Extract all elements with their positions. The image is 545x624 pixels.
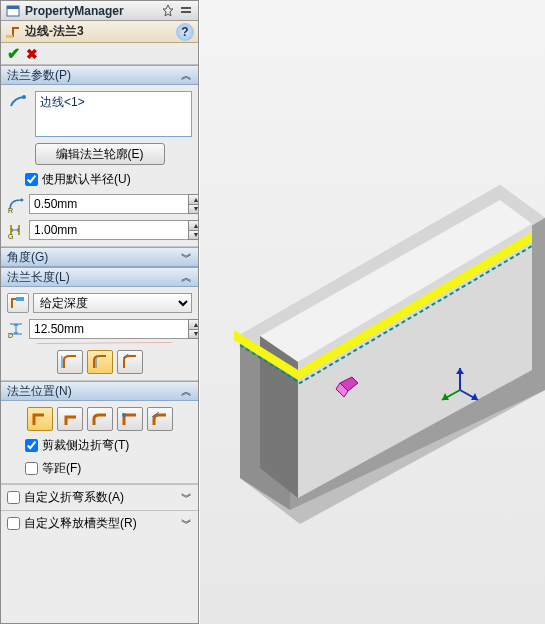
section-body-params: 边线<1> 编辑法兰轮廓(E) 使用默认半径(U) R ▲▼	[1, 85, 198, 247]
section-header-length[interactable]: 法兰长度(L) ︽	[1, 267, 198, 287]
spin-up-icon[interactable]: ▲	[188, 319, 198, 329]
svg-point-29	[122, 413, 126, 417]
chevron-up-icon: ︽	[181, 68, 192, 83]
length-reference-buttons	[7, 350, 192, 374]
equal-distance-input[interactable]	[25, 462, 38, 475]
position-material-inside-icon[interactable]	[27, 407, 53, 431]
position-bend-outside-icon[interactable]	[87, 407, 113, 431]
section-body-length: 给定深度 D ▲▼	[1, 287, 198, 381]
panel-scroll[interactable]: 法兰参数(P) ︽ 边线<1> 编辑法兰轮廓(E) 使用默认半径(U)	[1, 65, 198, 623]
annotation-underline	[35, 342, 174, 344]
trim-side-bends-input[interactable]	[25, 439, 38, 452]
edit-flange-profile-button[interactable]: 编辑法兰轮廓(E)	[35, 143, 165, 165]
spin-up-icon[interactable]: ▲	[188, 194, 198, 204]
3d-viewport[interactable]	[200, 0, 545, 624]
svg-rect-21	[6, 35, 13, 38]
cancel-button[interactable]: ✖	[26, 46, 38, 62]
svg-point-22	[22, 95, 26, 99]
length-ref-outer-virtual-icon[interactable]	[57, 350, 83, 374]
length-mode-select[interactable]: 给定深度	[33, 293, 192, 313]
chevron-up-icon: ︽	[181, 270, 192, 285]
flange-length-input[interactable]	[29, 319, 188, 339]
panel-menu-icon[interactable]	[178, 3, 194, 19]
pm-title: PropertyManager	[25, 4, 160, 18]
spin-down-icon[interactable]: ▼	[188, 329, 198, 340]
position-material-outside-icon[interactable]	[57, 407, 83, 431]
bend-radius-field[interactable]: ▲▼	[29, 194, 198, 214]
feature-title-bar: 边线-法兰3 ?	[1, 21, 198, 43]
feature-name: 边线-法兰3	[25, 23, 176, 40]
model-view	[200, 0, 545, 624]
spin-down-icon[interactable]: ▼	[188, 204, 198, 215]
edge-flange-icon	[5, 24, 21, 40]
edge-selection-icon	[7, 91, 29, 113]
length-mode-icon[interactable]	[7, 293, 29, 313]
trim-side-bends-checkbox[interactable]: 剪裁侧边折弯(T)	[7, 437, 192, 454]
custom-relief-type-checkbox[interactable]	[7, 517, 20, 530]
custom-bend-allowance-row[interactable]: 自定义折弯系数(A) ︾	[1, 484, 198, 510]
svg-rect-18	[7, 6, 19, 9]
property-manager-panel: PropertyManager 边线-法兰3 ? ✔ ✖ 法兰参数(P) ︽	[0, 0, 199, 624]
chevron-down-icon: ︾	[181, 516, 192, 531]
pm-icon	[5, 3, 21, 19]
equal-distance-checkbox[interactable]: 等距(F)	[7, 460, 192, 477]
flange-length-field[interactable]: ▲▼	[29, 319, 198, 339]
spin-up-icon[interactable]: ▲	[188, 220, 198, 230]
custom-bend-allowance-checkbox[interactable]	[7, 491, 20, 504]
edge-item[interactable]: 边线<1>	[40, 94, 187, 111]
gap-distance-icon: G	[7, 221, 25, 239]
position-virtual-sharp-icon[interactable]	[117, 407, 143, 431]
edge-selection-list[interactable]: 边线<1>	[35, 91, 192, 137]
bend-radius-input[interactable]	[29, 194, 188, 214]
custom-relief-type-row[interactable]: 自定义释放槽类型(R) ︾	[1, 510, 198, 536]
svg-rect-25	[16, 297, 24, 301]
use-default-radius-input[interactable]	[25, 173, 38, 186]
gap-distance-input[interactable]	[29, 220, 188, 240]
depth-icon: D	[7, 320, 25, 338]
position-tangent-icon[interactable]	[147, 407, 173, 431]
gap-distance-field[interactable]: ▲▼	[29, 220, 198, 240]
chevron-down-icon: ︾	[181, 250, 192, 265]
ok-button[interactable]: ✔	[7, 44, 20, 63]
chevron-up-icon: ︽	[181, 384, 192, 399]
section-header-params[interactable]: 法兰参数(P) ︽	[1, 65, 198, 85]
chevron-down-icon: ︾	[181, 490, 192, 505]
svg-rect-20	[181, 11, 191, 13]
section-body-position: 剪裁侧边折弯(T) 等距(F)	[1, 401, 198, 484]
length-ref-inner-virtual-icon[interactable]	[87, 350, 113, 374]
ok-cancel-bar: ✔ ✖	[1, 43, 198, 65]
section-header-position[interactable]: 法兰位置(N) ︽	[1, 381, 198, 401]
help-icon[interactable]: ?	[176, 23, 194, 41]
use-default-radius-checkbox[interactable]: 使用默认半径(U)	[7, 171, 192, 188]
bend-radius-icon: R	[7, 195, 25, 213]
pm-header: PropertyManager	[1, 1, 198, 21]
section-header-angle[interactable]: 角度(G) ︾	[1, 247, 198, 267]
spin-down-icon[interactable]: ▼	[188, 230, 198, 241]
svg-rect-19	[181, 7, 191, 9]
pushpin-icon[interactable]	[160, 3, 176, 19]
length-ref-tangent-icon[interactable]	[117, 350, 143, 374]
position-buttons	[7, 407, 192, 431]
